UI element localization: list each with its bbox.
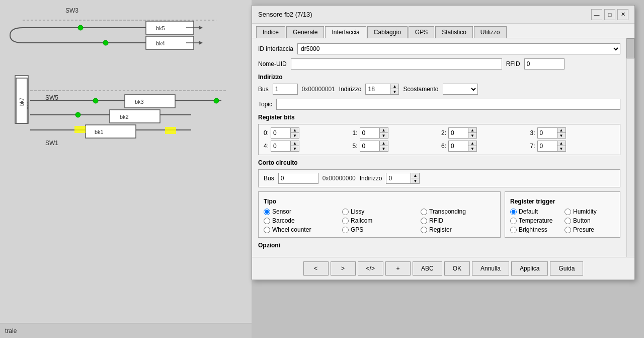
reg-7-input[interactable] (537, 141, 557, 152)
tab-interfaccia[interactable]: Interfaccia (325, 26, 366, 38)
rt-humidity-radio[interactable] (565, 209, 571, 215)
rt-temperature-radio[interactable] (510, 218, 517, 224)
nome-uid-input[interactable] (291, 58, 502, 70)
scostamento-select[interactable] (443, 84, 478, 95)
reg-4-down[interactable]: ▼ (291, 146, 299, 151)
tipo-register-radio[interactable] (421, 227, 427, 233)
cc-indirizzo-down[interactable]: ▼ (411, 178, 419, 183)
ok-button[interactable]: OK (444, 261, 470, 276)
tab-generale[interactable]: Generale (286, 26, 324, 38)
id-interfaccia-select[interactable]: dr5000 (297, 43, 620, 54)
reg-3-up[interactable]: ▲ (557, 128, 566, 133)
dialog-content-wrapper: ID interfaccia dr5000 Nome-UID RFID (252, 38, 634, 257)
tab-utilizzo[interactable]: Utilizzo (474, 26, 507, 38)
reg-4-up[interactable]: ▲ (291, 141, 299, 146)
minimize-button[interactable]: — (591, 9, 602, 20)
reg-0-input[interactable] (271, 127, 291, 139)
svg-text:SW1: SW1 (45, 140, 58, 147)
rt-brightness-item: Brightness (510, 226, 560, 233)
topic-input[interactable] (276, 99, 620, 110)
indirizzo-input[interactable] (365, 84, 390, 95)
indirizzo-spin: ▲ ▼ (365, 84, 399, 95)
reg-5-down[interactable]: ▼ (380, 146, 388, 151)
reg-3-spin-btns: ▲ ▼ (557, 127, 566, 139)
cc-indirizzo-up[interactable]: ▲ (411, 173, 419, 178)
annulla-button[interactable]: Annulla (472, 261, 509, 276)
reg-6-down[interactable]: ▼ (468, 146, 476, 151)
tipo-barcode-item: Barcode (264, 217, 338, 224)
nome-uid-label: Nome-UID (258, 60, 287, 67)
reg-1-input[interactable] (360, 127, 380, 139)
tipo-lissy-radio[interactable] (342, 209, 349, 215)
tab-indice[interactable]: Indice (256, 26, 285, 38)
rt-brightness-radio[interactable] (510, 227, 517, 233)
tipo-railcom-radio[interactable] (342, 218, 349, 224)
reg-4-input[interactable] (271, 141, 291, 152)
register-trigger-grid: Default Humidity Temperature (510, 208, 615, 233)
reg-2-input[interactable] (448, 127, 468, 139)
scrollbar-thumb[interactable] (626, 38, 634, 58)
cc-bus-input[interactable] (278, 173, 318, 184)
reg-2-down[interactable]: ▼ (468, 133, 476, 138)
register-bits-section: Register bits 0: ▲ ▼ (258, 114, 620, 155)
tipo-sensor-radio[interactable] (264, 209, 270, 215)
cc-row: Bus 0x00000000 Indirizzo ▲ ▼ (264, 173, 615, 184)
svg-rect-21 (86, 125, 136, 138)
reg-3-input[interactable] (537, 127, 557, 139)
id-interfaccia-row: ID interfaccia dr5000 (258, 43, 620, 54)
maximize-button[interactable]: □ (604, 9, 615, 20)
cc-indirizzo-spin-btns: ▲ ▼ (411, 173, 420, 184)
cc-indirizzo-input[interactable] (386, 173, 411, 184)
reg-2-up[interactable]: ▲ (468, 128, 476, 133)
rt-presure-radio[interactable] (565, 227, 571, 233)
tipo-barcode-radio[interactable] (264, 218, 270, 224)
scrollbar-track[interactable] (626, 38, 634, 257)
reg-0-up[interactable]: ▲ (291, 128, 299, 133)
reg-6-up[interactable]: ▲ (468, 141, 476, 146)
xml-button[interactable]: </> (358, 261, 383, 276)
rt-default-radio[interactable] (510, 209, 517, 215)
reg-3-down[interactable]: ▼ (557, 133, 566, 138)
rt-button-radio[interactable] (565, 218, 571, 224)
bus-input[interactable] (273, 84, 298, 95)
tab-cablaggio[interactable]: Cablaggio (367, 26, 408, 38)
hex1-label: 0x00000001 (302, 86, 335, 93)
reg-7-down[interactable]: ▼ (557, 146, 566, 151)
close-button[interactable]: ✕ (617, 9, 628, 20)
reg-1-down[interactable]: ▼ (380, 133, 388, 138)
applica-button[interactable]: Applica (511, 261, 548, 276)
tipo-transponding-radio[interactable] (421, 209, 427, 215)
rfid-input[interactable] (524, 58, 565, 70)
tab-gps[interactable]: GPS (409, 26, 434, 38)
abc-button[interactable]: ABC (413, 261, 442, 276)
nome-uid-row: Nome-UID RFID (258, 58, 620, 70)
reg-0-down[interactable]: ▼ (291, 133, 299, 138)
tabs-row: Indice Generale Interfaccia Cablaggio GP… (252, 24, 634, 38)
dialog-footer: < > </> + ABC OK Annulla Applica Guida (252, 257, 634, 280)
tipo-gps-item: GPS (342, 226, 417, 233)
guida-button[interactable]: Guida (550, 261, 583, 276)
tipo-wheelcounter-radio[interactable] (264, 227, 270, 233)
dialog-scroll-area: ID interfaccia dr5000 Nome-UID RFID (252, 38, 634, 257)
reg-7-up[interactable]: ▲ (557, 141, 566, 146)
tipo-gps-label: GPS (351, 226, 363, 233)
reg-1-spin: ▲ ▼ (360, 127, 388, 139)
add-button[interactable]: + (385, 261, 411, 276)
dialog-content: ID interfaccia dr5000 Nome-UID RFID (252, 38, 626, 257)
indirizzo-up-btn[interactable]: ▲ (390, 84, 398, 89)
reg-5-spin: ▲ ▼ (360, 141, 388, 152)
reg-1-up[interactable]: ▲ (380, 128, 388, 133)
tipo-railcom-item: Railcom (342, 217, 417, 224)
reg-6-item: 6: ▲ ▼ (441, 141, 526, 152)
next-button[interactable]: > (331, 261, 356, 276)
svg-text:bk1: bk1 (95, 129, 104, 135)
tipo-gps-radio[interactable] (342, 227, 349, 233)
indirizzo-down-btn[interactable]: ▼ (390, 89, 398, 94)
reg-6-input[interactable] (448, 141, 468, 152)
tab-statistico[interactable]: Statistico (435, 26, 473, 38)
reg-5-up[interactable]: ▲ (380, 141, 388, 146)
tipo-rfid-radio[interactable] (421, 218, 427, 224)
prev-button[interactable]: < (303, 261, 329, 276)
tipo-lissy-label: Lissy (351, 208, 364, 215)
reg-5-input[interactable] (360, 141, 380, 152)
